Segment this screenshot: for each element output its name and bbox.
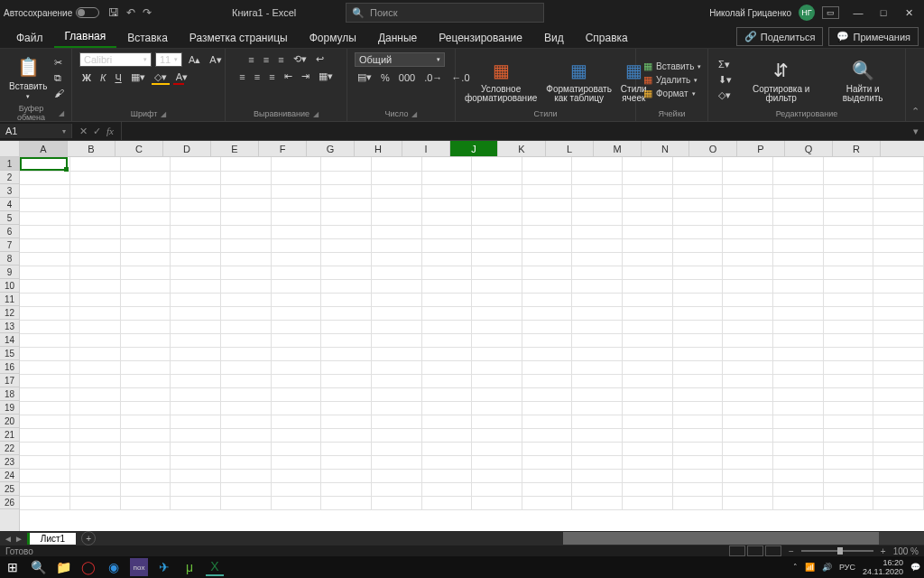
cell[interactable] bbox=[522, 428, 572, 442]
cell[interactable] bbox=[221, 306, 272, 320]
cell[interactable] bbox=[672, 225, 723, 238]
cell[interactable] bbox=[472, 238, 522, 252]
cell[interactable] bbox=[70, 333, 121, 347]
cell[interactable] bbox=[271, 387, 321, 401]
row-header[interactable]: 9 bbox=[0, 266, 19, 279]
cell[interactable] bbox=[271, 293, 321, 306]
cell[interactable] bbox=[171, 347, 221, 360]
cell[interactable] bbox=[221, 428, 272, 442]
thousands-icon[interactable]: 000 bbox=[396, 71, 418, 84]
cell[interactable] bbox=[672, 184, 723, 198]
cell[interactable] bbox=[321, 428, 372, 442]
cell[interactable] bbox=[572, 333, 623, 347]
cell[interactable] bbox=[522, 171, 572, 184]
cell[interactable] bbox=[120, 184, 171, 198]
cell[interactable] bbox=[171, 171, 221, 184]
fx-icon[interactable]: fx bbox=[106, 126, 114, 136]
cell[interactable] bbox=[572, 387, 623, 401]
cell[interactable] bbox=[421, 306, 472, 320]
cell[interactable] bbox=[873, 211, 924, 225]
tab-review[interactable]: Рецензирование bbox=[428, 28, 533, 48]
cell[interactable] bbox=[623, 455, 673, 469]
cell[interactable] bbox=[723, 306, 773, 320]
cell[interactable] bbox=[120, 320, 171, 333]
cell[interactable] bbox=[672, 211, 723, 225]
cell[interactable] bbox=[70, 306, 121, 320]
cell[interactable] bbox=[472, 482, 522, 496]
cell[interactable] bbox=[823, 279, 873, 293]
cell[interactable] bbox=[472, 415, 522, 428]
cell[interactable] bbox=[421, 401, 472, 415]
explorer-icon[interactable]: 📁 bbox=[54, 558, 72, 576]
cell[interactable] bbox=[421, 387, 472, 401]
row-header[interactable]: 7 bbox=[0, 238, 19, 252]
orientation-icon[interactable]: ⟲▾ bbox=[291, 52, 310, 66]
cell[interactable] bbox=[723, 198, 773, 211]
cell[interactable] bbox=[472, 455, 522, 469]
cell[interactable] bbox=[321, 496, 372, 509]
cell[interactable] bbox=[421, 171, 472, 184]
cell[interactable] bbox=[672, 482, 723, 496]
cell[interactable] bbox=[120, 442, 171, 455]
cell[interactable] bbox=[271, 306, 321, 320]
cell[interactable] bbox=[823, 320, 873, 333]
cell[interactable] bbox=[321, 333, 372, 347]
cell[interactable] bbox=[572, 238, 623, 252]
cell[interactable] bbox=[572, 455, 623, 469]
cell[interactable] bbox=[623, 347, 673, 360]
cell[interactable] bbox=[672, 279, 723, 293]
row-header[interactable]: 11 bbox=[0, 293, 19, 306]
cell[interactable] bbox=[271, 415, 321, 428]
cell[interactable] bbox=[522, 293, 572, 306]
cell[interactable] bbox=[271, 238, 321, 252]
cell[interactable] bbox=[873, 496, 924, 509]
cell[interactable] bbox=[772, 198, 823, 211]
cell[interactable] bbox=[723, 238, 773, 252]
cell[interactable] bbox=[421, 374, 472, 387]
cell[interactable] bbox=[221, 266, 272, 279]
cell[interactable] bbox=[472, 387, 522, 401]
cell[interactable] bbox=[221, 387, 272, 401]
cell[interactable] bbox=[623, 374, 673, 387]
cell[interactable] bbox=[421, 320, 472, 333]
tab-insert[interactable]: Вставка bbox=[116, 28, 179, 48]
tab-view[interactable]: Вид bbox=[533, 28, 575, 48]
cell[interactable] bbox=[723, 171, 773, 184]
cell[interactable] bbox=[572, 496, 623, 509]
cell[interactable] bbox=[522, 374, 572, 387]
cell[interactable] bbox=[623, 279, 673, 293]
cell[interactable] bbox=[70, 266, 121, 279]
cell[interactable] bbox=[421, 293, 472, 306]
cell[interactable] bbox=[20, 428, 70, 442]
cell[interactable] bbox=[823, 482, 873, 496]
cell[interactable] bbox=[873, 279, 924, 293]
cell[interactable] bbox=[723, 252, 773, 266]
cell[interactable] bbox=[20, 360, 70, 374]
cell[interactable] bbox=[873, 266, 924, 279]
cell[interactable] bbox=[823, 157, 873, 171]
cell[interactable] bbox=[572, 184, 623, 198]
cell[interactable] bbox=[421, 442, 472, 455]
cell[interactable] bbox=[522, 442, 572, 455]
cell[interactable] bbox=[20, 387, 70, 401]
cell[interactable] bbox=[672, 238, 723, 252]
cell[interactable] bbox=[421, 415, 472, 428]
cell[interactable] bbox=[70, 482, 121, 496]
cell[interactable] bbox=[873, 455, 924, 469]
cell[interactable] bbox=[20, 442, 70, 455]
cell[interactable] bbox=[70, 360, 121, 374]
cell[interactable] bbox=[873, 469, 924, 482]
cell[interactable] bbox=[120, 360, 171, 374]
cell[interactable] bbox=[772, 333, 823, 347]
cell[interactable] bbox=[873, 401, 924, 415]
cell[interactable] bbox=[20, 469, 70, 482]
currency-icon[interactable]: ▤▾ bbox=[355, 70, 374, 84]
cell[interactable] bbox=[823, 266, 873, 279]
cell[interactable] bbox=[823, 293, 873, 306]
row-header[interactable]: 18 bbox=[0, 387, 19, 401]
cell[interactable] bbox=[672, 252, 723, 266]
cell[interactable] bbox=[522, 482, 572, 496]
cell[interactable] bbox=[70, 415, 121, 428]
cell[interactable] bbox=[171, 157, 221, 171]
cell[interactable] bbox=[371, 401, 421, 415]
